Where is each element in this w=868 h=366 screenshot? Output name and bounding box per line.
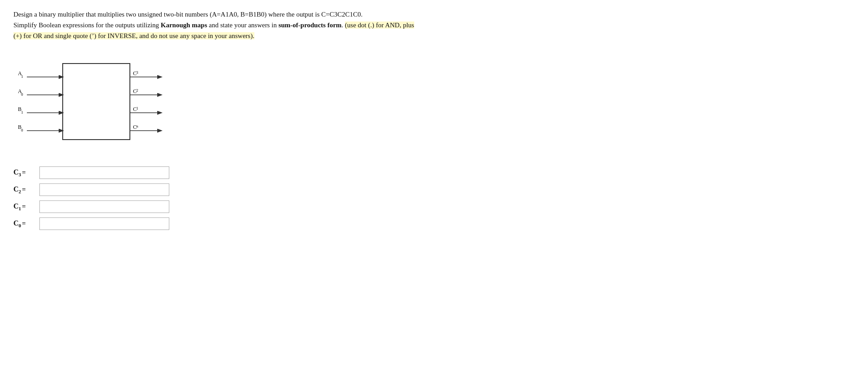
- problem-line2: Simplify Boolean expressions for the out…: [13, 20, 417, 41]
- answer-row-c0: C0 =: [13, 217, 855, 230]
- output-label-c0-sub: n: [136, 124, 138, 128]
- c0-main: C0: [13, 219, 21, 228]
- answer-label-c2: C2 =: [13, 185, 36, 194]
- line2-plain1: Simplify Boolean expressions for the out…: [13, 21, 161, 29]
- circuit-svg: A 1 A 0 B 1 B 0 C 3 C 2 C 1 C n: [13, 55, 202, 153]
- c3-main: C3: [13, 168, 21, 177]
- c2-input[interactable]: [39, 183, 169, 196]
- c2-equals: =: [22, 186, 26, 193]
- answer-label-c1: C1 =: [13, 202, 36, 211]
- problem-line1: Design a binary multiplier that multipli…: [13, 9, 417, 20]
- input-label-b1-sub: 1: [21, 110, 23, 115]
- c0-input[interactable]: [39, 217, 169, 230]
- line2-bold1: Karnough maps: [161, 21, 207, 29]
- answer-label-c3: C3 =: [13, 168, 36, 177]
- input-label-a0-sub: 0: [21, 92, 23, 97]
- c3-input[interactable]: [39, 166, 169, 179]
- output-label-c3-sub: 3: [136, 70, 138, 75]
- c2-main: C2: [13, 185, 21, 194]
- output-label-c2-sub: 2: [136, 88, 138, 93]
- line2-plain3: .: [342, 21, 345, 29]
- line2-plain2: and state your answers in: [207, 21, 279, 29]
- c1-main: C1: [13, 202, 21, 211]
- answer-label-c0: C0 =: [13, 219, 36, 228]
- c1-input[interactable]: [39, 200, 169, 213]
- line2-bold2: sum-of-products form: [279, 21, 342, 29]
- problem-text: Design a binary multiplier that multipli…: [13, 9, 417, 41]
- answer-row-c3: C3 =: [13, 166, 855, 179]
- input-label-a1-sub: 1: [21, 74, 23, 79]
- output-label-c1-sub: 1: [136, 106, 138, 111]
- circuit-box: [63, 64, 130, 140]
- circuit-diagram: A 1 A 0 B 1 B 0 C 3 C 2 C 1 C n: [13, 55, 202, 153]
- input-label-b0-sub: 0: [21, 128, 23, 132]
- c0-equals: =: [22, 220, 26, 227]
- c3-equals: =: [22, 169, 26, 176]
- answers-area: C3 = C2 = C1 = C0 =: [13, 166, 855, 230]
- c1-equals: =: [22, 203, 26, 210]
- answer-row-c1: C1 =: [13, 200, 855, 213]
- answer-row-c2: C2 =: [13, 183, 855, 196]
